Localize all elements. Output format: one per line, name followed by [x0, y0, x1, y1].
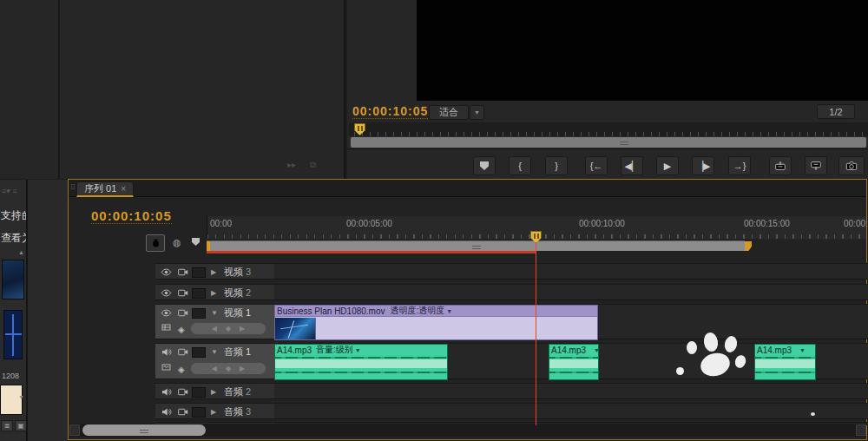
collapse-triangle-icon[interactable]: ▶: [211, 268, 219, 276]
encore-marker-icon[interactable]: ◍: [173, 237, 181, 248]
ruler-tick-label: 00:00: [210, 219, 232, 228]
track-lock-toggle[interactable]: [192, 387, 206, 398]
timeline-marker-icon[interactable]: [192, 238, 200, 246]
h-scroll-thumb[interactable]: [82, 425, 206, 436]
program-mini-timeline[interactable]: [349, 122, 868, 136]
work-area-bar[interactable]: [207, 240, 745, 251]
panel-menu-icon[interactable]: ≡▾ ≡: [2, 187, 17, 195]
program-playhead[interactable]: [354, 123, 365, 135]
track-header-audio2[interactable]: ▶ 音频 2: [155, 383, 274, 399]
add-marker-button[interactable]: [473, 156, 496, 175]
toggle-track-mute-icon[interactable]: [160, 346, 172, 358]
sync-lock-icon[interactable]: [176, 267, 188, 278]
track-header-video1[interactable]: ▼ 视频 1 ◈ ◀ ◆ ▶: [155, 304, 274, 339]
collapse-triangle-icon[interactable]: ▶: [211, 408, 219, 416]
prev-keyframe-icon[interactable]: ◀: [212, 325, 217, 332]
goto-in-button[interactable]: {←: [585, 156, 608, 175]
step-back-button[interactable]: ◀▏: [621, 156, 643, 175]
program-scrollbar[interactable]: [349, 136, 868, 148]
video3-lane[interactable]: [274, 263, 868, 280]
video1-lane[interactable]: Business Plan HD1080.mov 透明度:透明度▼: [274, 304, 868, 339]
track-lock-toggle[interactable]: [192, 407, 206, 418]
fit-zoom-dropdown[interactable]: 适合: [429, 105, 469, 120]
project-thumbnail-1[interactable]: [2, 260, 24, 299]
snap-toggle[interactable]: [146, 234, 165, 252]
sync-lock-icon[interactable]: [176, 307, 188, 319]
next-keyframe-icon[interactable]: ▶: [240, 325, 245, 332]
toggle-track-output-icon[interactable]: [160, 307, 172, 319]
video2-lane[interactable]: [274, 284, 868, 300]
program-timecode[interactable]: 00:00:10:05: [352, 104, 428, 119]
keyframe-toggle-icon[interactable]: ◈: [178, 365, 185, 374]
audio2-lane[interactable]: [274, 383, 868, 399]
scroll-left-button[interactable]: [69, 425, 80, 436]
add-keyframe-icon[interactable]: ◆: [226, 325, 231, 332]
watermark-dot: [811, 412, 815, 416]
next-keyframe-icon[interactable]: ▶: [240, 365, 245, 372]
track-lock-toggle[interactable]: [192, 347, 206, 358]
clip-a14-mp3-1[interactable]: A14.mp3 音量:级别▼: [274, 344, 448, 380]
toggle-track-output-icon[interactable]: [160, 287, 172, 299]
add-keyframe-icon[interactable]: ◆: [226, 365, 231, 372]
step-forward-button[interactable]: ▕▶: [692, 156, 714, 175]
keyframe-navigator[interactable]: ◀ ◆ ▶: [190, 322, 266, 335]
clip-a14-mp3-3[interactable]: A14.mp3 ▼: [754, 344, 816, 380]
clip-business-plan[interactable]: Business Plan HD1080.mov 透明度:透明度▼: [274, 305, 598, 340]
clip-a14-mp3-2[interactable]: A14.mp3 ▼: [549, 344, 599, 380]
set-display-style-icon[interactable]: [161, 322, 172, 334]
expand-triangle-icon[interactable]: ▼: [211, 309, 219, 317]
list-view-button[interactable]: ≣: [1, 420, 13, 431]
clip-effect-badge[interactable]: 透明度:透明度▼: [391, 305, 453, 317]
playback-resolution-icon[interactable]: ▸▸: [287, 160, 296, 169]
ruler-tick-label: 00:00:10:00: [579, 219, 625, 228]
tab-sequence-01[interactable]: 序列 01 ×: [76, 181, 134, 197]
set-display-style-icon[interactable]: [161, 362, 172, 374]
lift-button[interactable]: [769, 156, 792, 175]
keyframe-navigator[interactable]: ◀ ◆ ▶: [190, 362, 266, 375]
export-frame-button[interactable]: [838, 156, 865, 175]
audio3-lane[interactable]: [274, 403, 868, 419]
icon-view-button[interactable]: ▣: [15, 420, 27, 431]
track-header-audio1[interactable]: ▼ 音频 1 ◈ ◀ ◆ ▶: [155, 343, 274, 379]
mark-in-button[interactable]: {: [509, 156, 531, 175]
track-header-audio3[interactable]: ▶ 音频 3: [155, 403, 274, 419]
toggle-track-mute-icon[interactable]: [160, 406, 172, 418]
scroll-right-button[interactable]: [856, 425, 866, 436]
goto-out-button[interactable]: →}: [728, 156, 751, 175]
play-button[interactable]: ▶: [656, 156, 679, 175]
collapse-triangle-icon[interactable]: ▶: [211, 289, 219, 297]
extract-button[interactable]: [805, 156, 827, 175]
fit-zoom-dropdown-arrow[interactable]: ▼: [470, 105, 484, 120]
sync-lock-icon[interactable]: [176, 406, 188, 418]
keyframe-toggle-icon[interactable]: ◈: [178, 325, 185, 334]
close-icon[interactable]: ×: [121, 184, 126, 194]
collapse-triangle-icon[interactable]: ▶: [211, 388, 219, 396]
toggle-track-mute-icon[interactable]: [160, 386, 172, 398]
scroll-up-icon[interactable]: ▲: [18, 249, 24, 255]
track-header-video2[interactable]: ▶ 视频 2: [155, 284, 274, 300]
program-scrollbar-thumb[interactable]: [351, 137, 866, 148]
track-lock-toggle[interactable]: [192, 308, 206, 319]
track-header-video3[interactable]: ▶ 视频 3: [155, 263, 274, 280]
sync-lock-icon[interactable]: [176, 346, 188, 358]
sync-lock-icon[interactable]: [176, 386, 188, 398]
mark-out-button[interactable]: }: [545, 156, 568, 175]
project-thumbnail-2[interactable]: [3, 310, 23, 359]
prev-keyframe-icon[interactable]: ◀: [212, 365, 217, 372]
playback-resolution-dropdown[interactable]: 1/2: [817, 104, 855, 119]
sync-lock-icon[interactable]: [176, 287, 188, 299]
track-lock-toggle[interactable]: [192, 267, 206, 278]
timeline-timecode[interactable]: 00:00:10:05: [91, 208, 172, 224]
scroll-down-icon[interactable]: ▼: [18, 394, 24, 400]
audio1-lane[interactable]: A14.mp3 音量:级别▼ A14.mp3 ▼: [274, 343, 868, 379]
expand-triangle-icon[interactable]: ▼: [211, 348, 219, 356]
work-area-end-handle[interactable]: [745, 241, 752, 251]
timeline-panel: ⠿ 序列 01 × 00:00:10:05 ◍ 00:00 00:00:05:0…: [68, 179, 867, 440]
render-bar-red: [207, 251, 536, 253]
track-lock-toggle[interactable]: [192, 288, 206, 299]
work-area-start-handle[interactable]: [207, 241, 210, 251]
timeline-h-scrollbar[interactable]: [69, 424, 866, 437]
toggle-track-output-icon[interactable]: [160, 267, 172, 278]
export-frame-dim-icon[interactable]: ⧉: [310, 160, 316, 170]
clip-effect-badge[interactable]: 音量:级别▼: [316, 345, 361, 355]
